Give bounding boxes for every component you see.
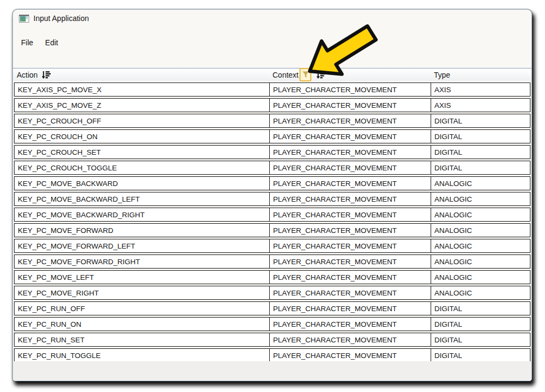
table-row[interactable]: KEY_PC_MOVE_BACKWARDPLAYER_CHARACTER_MOV…	[14, 176, 530, 190]
filter-funnel-icon[interactable]	[302, 71, 309, 78]
cell-action: KEY_PC_MOVE_BACKWARD_RIGHT	[15, 208, 269, 221]
table-body: KEY_AXIS_PC_MOVE_XPLAYER_CHARACTER_MOVEM…	[13, 81, 532, 362]
table-row[interactable]: KEY_PC_CROUCH_SETPLAYER_CHARACTER_MOVEME…	[14, 145, 530, 159]
table-row[interactable]: KEY_PC_CROUCH_ONPLAYER_CHARACTER_MOVEMEN…	[14, 129, 530, 143]
cell-type: DIGITAL	[431, 302, 530, 315]
cell-type: ANALOGIC	[431, 192, 530, 205]
cell-type: DIGITAL	[431, 146, 530, 159]
window-title: Input Application	[33, 14, 89, 23]
column-header-label: Context	[272, 71, 298, 79]
cell-context: PLAYER_CHARACTER_MOVEMENT	[269, 255, 431, 268]
filter-highlight	[299, 68, 311, 81]
cell-type: DIGITAL	[431, 349, 530, 362]
cell-type: AXIS	[431, 83, 530, 96]
cell-context: PLAYER_CHARACTER_MOVEMENT	[269, 318, 431, 331]
cell-type: ANALOGIC	[431, 224, 530, 237]
cell-type: DIGITAL	[431, 114, 530, 127]
cell-context: PLAYER_CHARACTER_MOVEMENT	[269, 146, 431, 159]
cell-type: ANALOGIC	[431, 177, 530, 190]
table-row[interactable]: KEY_PC_MOVE_BACKWARD_RIGHTPLAYER_CHARACT…	[14, 208, 530, 222]
window-footer	[13, 361, 532, 381]
cell-action: KEY_PC_MOVE_FORWARD_LEFT	[15, 239, 269, 252]
cell-action: KEY_PC_MOVE_FORWARD	[15, 224, 269, 237]
cell-type: DIGITAL	[431, 318, 530, 331]
menu-bar: File Edit	[15, 36, 64, 50]
table-row[interactable]: KEY_PC_MOVE_RIGHTPLAYER_CHARACTER_MOVEME…	[14, 286, 530, 300]
cell-action: KEY_PC_RUN_SET	[15, 333, 269, 346]
menu-edit[interactable]: Edit	[39, 36, 64, 50]
sort-icon[interactable]	[316, 71, 325, 79]
cell-action: KEY_PC_CROUCH_OFF	[15, 114, 269, 127]
app-window: Input Application File Edit Action	[12, 9, 532, 381]
cell-action: KEY_PC_MOVE_RIGHT	[15, 286, 269, 299]
column-header-action[interactable]: Action	[13, 68, 269, 81]
cell-context: PLAYER_CHARACTER_MOVEMENT	[269, 349, 431, 362]
table-row[interactable]: KEY_PC_MOVE_FORWARD_RIGHTPLAYER_CHARACTE…	[14, 255, 530, 269]
cell-context: PLAYER_CHARACTER_MOVEMENT	[269, 302, 431, 315]
cell-action: KEY_PC_RUN_OFF	[15, 302, 269, 315]
cell-type: ANALOGIC	[431, 286, 530, 299]
cell-action: KEY_PC_MOVE_BACKWARD	[15, 177, 269, 190]
cell-context: PLAYER_CHARACTER_MOVEMENT	[269, 192, 431, 205]
cell-action: KEY_PC_CROUCH_ON	[15, 130, 269, 143]
cell-action: KEY_AXIS_PC_MOVE_X	[15, 83, 269, 96]
table-row[interactable]: KEY_PC_RUN_ONPLAYER_CHARACTER_MOVEMENTDI…	[14, 317, 530, 331]
table-header-row: Action Context	[13, 68, 532, 81]
sort-icon[interactable]	[42, 71, 51, 79]
table-row[interactable]: KEY_PC_CROUCH_TOGGLEPLAYER_CHARACTER_MOV…	[14, 161, 530, 175]
cell-context: PLAYER_CHARACTER_MOVEMENT	[269, 239, 431, 252]
column-header-type[interactable]: Type	[430, 68, 532, 81]
cell-context: PLAYER_CHARACTER_MOVEMENT	[269, 333, 431, 346]
cell-context: PLAYER_CHARACTER_MOVEMENT	[269, 99, 431, 112]
cell-context: PLAYER_CHARACTER_MOVEMENT	[269, 177, 431, 190]
cell-type: AXIS	[431, 99, 530, 112]
app-window-icon	[19, 15, 29, 23]
menu-file[interactable]: File	[15, 36, 39, 50]
table-row[interactable]: KEY_AXIS_PC_MOVE_XPLAYER_CHARACTER_MOVEM…	[14, 82, 530, 97]
cell-context: PLAYER_CHARACTER_MOVEMENT	[269, 286, 431, 299]
cell-context: PLAYER_CHARACTER_MOVEMENT	[269, 224, 431, 237]
cell-context: PLAYER_CHARACTER_MOVEMENT	[269, 208, 431, 221]
cell-context: PLAYER_CHARACTER_MOVEMENT	[269, 271, 431, 284]
cell-context: PLAYER_CHARACTER_MOVEMENT	[269, 130, 431, 143]
table-row[interactable]: KEY_PC_RUN_OFFPLAYER_CHARACTER_MOVEMENTD…	[14, 301, 530, 315]
cell-action: KEY_AXIS_PC_MOVE_Z	[15, 99, 269, 112]
table-row[interactable]: KEY_AXIS_PC_MOVE_ZPLAYER_CHARACTER_MOVEM…	[14, 98, 530, 112]
cell-type: DIGITAL	[431, 130, 530, 143]
cell-type: ANALOGIC	[431, 208, 530, 221]
cell-action: KEY_PC_RUN_TOGGLE	[15, 349, 269, 362]
table-row[interactable]: KEY_PC_RUN_SETPLAYER_CHARACTER_MOVEMENTD…	[14, 333, 530, 347]
cell-action: KEY_PC_MOVE_BACKWARD_LEFT	[15, 192, 269, 205]
column-header-label: Action	[17, 71, 38, 79]
cell-action: KEY_PC_CROUCH_SET	[15, 146, 269, 159]
cell-type: DIGITAL	[431, 161, 530, 174]
cell-context: PLAYER_CHARACTER_MOVEMENT	[269, 161, 431, 174]
cell-context: PLAYER_CHARACTER_MOVEMENT	[269, 114, 431, 127]
bindings-table: Action Context	[13, 68, 532, 364]
title-bar: Input Application	[19, 14, 89, 23]
cell-action: KEY_PC_CROUCH_TOGGLE	[15, 161, 269, 174]
table-row[interactable]: KEY_PC_MOVE_LEFTPLAYER_CHARACTER_MOVEMEN…	[14, 270, 530, 284]
cell-action: KEY_PC_RUN_ON	[15, 318, 269, 331]
column-header-label: Type	[434, 71, 450, 79]
table-row[interactable]: KEY_PC_RUN_TOGGLEPLAYER_CHARACTER_MOVEME…	[14, 348, 530, 362]
cell-context: PLAYER_CHARACTER_MOVEMENT	[269, 83, 431, 96]
table-row[interactable]: KEY_PC_CROUCH_OFFPLAYER_CHARACTER_MOVEME…	[14, 114, 530, 128]
column-header-context[interactable]: Context	[269, 68, 430, 81]
cell-type: ANALOGIC	[431, 239, 530, 252]
table-row[interactable]: KEY_PC_MOVE_BACKWARD_LEFTPLAYER_CHARACTE…	[14, 192, 530, 206]
cell-type: DIGITAL	[431, 333, 530, 346]
cell-type: ANALOGIC	[431, 271, 530, 284]
table-row[interactable]: KEY_PC_MOVE_FORWARDPLAYER_CHARACTER_MOVE…	[14, 223, 530, 237]
table-row[interactable]: KEY_PC_MOVE_FORWARD_LEFTPLAYER_CHARACTER…	[14, 239, 530, 253]
cell-action: KEY_PC_MOVE_LEFT	[15, 271, 269, 284]
cell-type: ANALOGIC	[431, 255, 530, 268]
cell-action: KEY_PC_MOVE_FORWARD_RIGHT	[15, 255, 269, 268]
